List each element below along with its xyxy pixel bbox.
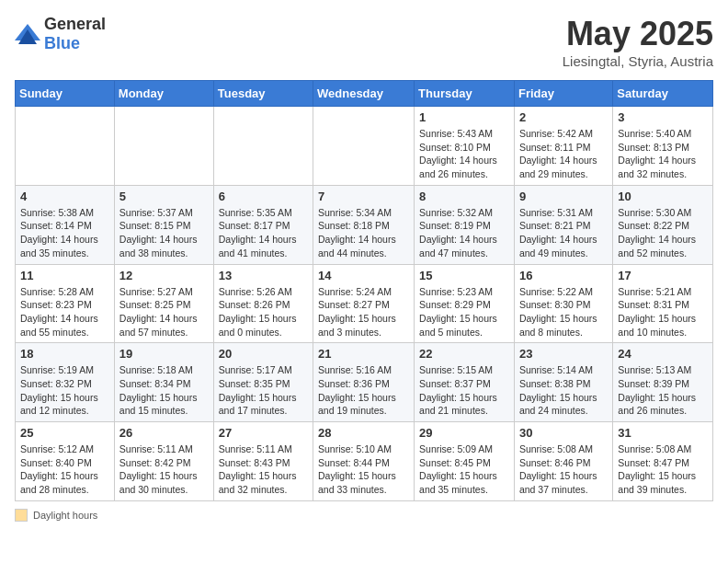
- day-number: 13: [219, 269, 308, 282]
- day-cell: 2Sunrise: 5:42 AMSunset: 8:11 PMDaylight…: [514, 107, 612, 186]
- week-row-3: 11Sunrise: 5:28 AMSunset: 8:23 PMDayligh…: [16, 264, 713, 343]
- calendar-title: May 2025: [563, 15, 713, 53]
- day-number: 27: [219, 426, 308, 440]
- calendar-location: Liesingtal, Styria, Austria: [563, 53, 713, 69]
- day-cell: [313, 107, 415, 186]
- day-number: 8: [419, 190, 509, 203]
- day-cell: 23Sunrise: 5:14 AMSunset: 8:38 PMDayligh…: [514, 343, 612, 422]
- day-info: Sunrise: 5:17 AMSunset: 8:35 PMDaylight:…: [219, 363, 308, 418]
- day-cell: 19Sunrise: 5:18 AMSunset: 8:34 PMDayligh…: [114, 343, 213, 422]
- day-info: Sunrise: 5:32 AMSunset: 8:19 PMDaylight:…: [419, 206, 509, 260]
- column-header-saturday: Saturday: [613, 81, 713, 107]
- day-number: 2: [519, 110, 608, 124]
- day-info: Sunrise: 5:37 AMSunset: 8:15 PMDaylight:…: [119, 206, 209, 260]
- day-info: Sunrise: 5:24 AMSunset: 8:27 PMDaylight:…: [318, 285, 409, 339]
- day-cell: 1Sunrise: 5:43 AMSunset: 8:10 PMDaylight…: [415, 107, 515, 186]
- day-cell: 28Sunrise: 5:10 AMSunset: 8:44 PMDayligh…: [313, 422, 415, 501]
- day-number: 10: [618, 190, 708, 203]
- day-info: Sunrise: 5:11 AMSunset: 8:42 PMDaylight:…: [119, 442, 209, 497]
- day-number: 7: [318, 190, 409, 203]
- day-number: 22: [419, 347, 509, 361]
- day-cell: 31Sunrise: 5:08 AMSunset: 8:47 PMDayligh…: [613, 422, 713, 501]
- day-info: Sunrise: 5:21 AMSunset: 8:31 PMDaylight:…: [618, 285, 708, 339]
- day-cell: 13Sunrise: 5:26 AMSunset: 8:26 PMDayligh…: [213, 264, 313, 343]
- day-cell: 11Sunrise: 5:28 AMSunset: 8:23 PMDayligh…: [16, 264, 115, 343]
- day-cell: [16, 107, 115, 186]
- column-header-wednesday: Wednesday: [313, 81, 415, 107]
- day-number: 17: [618, 269, 708, 282]
- day-cell: 14Sunrise: 5:24 AMSunset: 8:27 PMDayligh…: [313, 264, 415, 343]
- day-info: Sunrise: 5:10 AMSunset: 8:44 PMDaylight:…: [318, 442, 409, 497]
- day-number: 5: [119, 190, 209, 203]
- logo-icon: [15, 24, 40, 44]
- week-row-1: 1Sunrise: 5:43 AMSunset: 8:10 PMDaylight…: [16, 107, 713, 186]
- day-cell: 25Sunrise: 5:12 AMSunset: 8:40 PMDayligh…: [16, 422, 115, 501]
- day-number: 21: [318, 347, 409, 361]
- column-header-friday: Friday: [514, 81, 612, 107]
- day-number: 26: [119, 426, 209, 440]
- day-number: 20: [219, 347, 308, 361]
- day-cell: 29Sunrise: 5:09 AMSunset: 8:45 PMDayligh…: [415, 422, 515, 501]
- day-info: Sunrise: 5:11 AMSunset: 8:43 PMDaylight:…: [219, 442, 308, 497]
- day-cell: 10Sunrise: 5:30 AMSunset: 8:22 PMDayligh…: [613, 185, 713, 264]
- day-info: Sunrise: 5:08 AMSunset: 8:47 PMDaylight:…: [618, 442, 708, 497]
- week-row-5: 25Sunrise: 5:12 AMSunset: 8:40 PMDayligh…: [16, 422, 713, 501]
- daylight-label-text: Daylight hours: [33, 510, 97, 521]
- day-number: 14: [318, 269, 409, 282]
- day-cell: [213, 107, 313, 186]
- day-info: Sunrise: 5:28 AMSunset: 8:23 PMDaylight:…: [20, 285, 109, 339]
- day-number: 18: [20, 347, 109, 361]
- day-number: 16: [519, 269, 608, 282]
- day-number: 25: [20, 426, 109, 440]
- day-cell: 30Sunrise: 5:08 AMSunset: 8:46 PMDayligh…: [514, 422, 612, 501]
- day-number: 23: [519, 347, 608, 361]
- day-cell: 4Sunrise: 5:38 AMSunset: 8:14 PMDaylight…: [16, 185, 115, 264]
- day-number: 12: [119, 269, 209, 282]
- day-cell: 20Sunrise: 5:17 AMSunset: 8:35 PMDayligh…: [213, 343, 313, 422]
- day-info: Sunrise: 5:34 AMSunset: 8:18 PMDaylight:…: [318, 206, 409, 260]
- day-info: Sunrise: 5:15 AMSunset: 8:37 PMDaylight:…: [419, 363, 509, 418]
- day-info: Sunrise: 5:42 AMSunset: 8:11 PMDaylight:…: [519, 127, 608, 181]
- day-cell: 6Sunrise: 5:35 AMSunset: 8:17 PMDaylight…: [213, 185, 313, 264]
- day-number: 15: [419, 269, 509, 282]
- day-info: Sunrise: 5:43 AMSunset: 8:10 PMDaylight:…: [419, 127, 509, 181]
- calendar-header: SundayMondayTuesdayWednesdayThursdayFrid…: [16, 81, 713, 107]
- column-header-monday: Monday: [114, 81, 213, 107]
- day-info: Sunrise: 5:40 AMSunset: 8:13 PMDaylight:…: [618, 127, 708, 181]
- day-cell: 17Sunrise: 5:21 AMSunset: 8:31 PMDayligh…: [613, 264, 713, 343]
- day-cell: 24Sunrise: 5:13 AMSunset: 8:39 PMDayligh…: [613, 343, 713, 422]
- day-number: 6: [219, 190, 308, 203]
- day-number: 19: [119, 347, 209, 361]
- day-cell: 21Sunrise: 5:16 AMSunset: 8:36 PMDayligh…: [313, 343, 415, 422]
- day-cell: 16Sunrise: 5:22 AMSunset: 8:30 PMDayligh…: [514, 264, 612, 343]
- day-cell: 27Sunrise: 5:11 AMSunset: 8:43 PMDayligh…: [213, 422, 313, 501]
- daylight-box: [15, 509, 28, 522]
- day-cell: 26Sunrise: 5:11 AMSunset: 8:42 PMDayligh…: [114, 422, 213, 501]
- logo: General Blue: [15, 15, 106, 53]
- day-number: 24: [618, 347, 708, 361]
- column-header-thursday: Thursday: [415, 81, 515, 107]
- day-cell: 8Sunrise: 5:32 AMSunset: 8:19 PMDaylight…: [415, 185, 515, 264]
- day-info: Sunrise: 5:14 AMSunset: 8:38 PMDaylight:…: [519, 363, 608, 418]
- day-cell: 9Sunrise: 5:31 AMSunset: 8:21 PMDaylight…: [514, 185, 612, 264]
- day-number: 30: [519, 426, 608, 440]
- day-info: Sunrise: 5:13 AMSunset: 8:39 PMDaylight:…: [618, 363, 708, 418]
- day-number: 9: [519, 190, 608, 203]
- day-cell: 18Sunrise: 5:19 AMSunset: 8:32 PMDayligh…: [16, 343, 115, 422]
- day-cell: 22Sunrise: 5:15 AMSunset: 8:37 PMDayligh…: [415, 343, 515, 422]
- day-info: Sunrise: 5:27 AMSunset: 8:25 PMDaylight:…: [119, 285, 209, 339]
- day-number: 29: [419, 426, 509, 440]
- day-info: Sunrise: 5:09 AMSunset: 8:45 PMDaylight:…: [419, 442, 509, 497]
- day-cell: 7Sunrise: 5:34 AMSunset: 8:18 PMDaylight…: [313, 185, 415, 264]
- day-info: Sunrise: 5:26 AMSunset: 8:26 PMDaylight:…: [219, 285, 308, 339]
- week-row-4: 18Sunrise: 5:19 AMSunset: 8:32 PMDayligh…: [16, 343, 713, 422]
- day-info: Sunrise: 5:35 AMSunset: 8:17 PMDaylight:…: [219, 206, 308, 260]
- day-cell: 5Sunrise: 5:37 AMSunset: 8:15 PMDaylight…: [114, 185, 213, 264]
- day-info: Sunrise: 5:31 AMSunset: 8:21 PMDaylight:…: [519, 206, 608, 260]
- column-header-sunday: Sunday: [16, 81, 115, 107]
- day-number: 4: [20, 190, 109, 203]
- logo-blue: Blue: [44, 34, 80, 52]
- page-header: General Blue May 2025 Liesingtal, Styria…: [15, 15, 713, 69]
- day-info: Sunrise: 5:23 AMSunset: 8:29 PMDaylight:…: [419, 285, 509, 339]
- day-number: 3: [618, 110, 708, 124]
